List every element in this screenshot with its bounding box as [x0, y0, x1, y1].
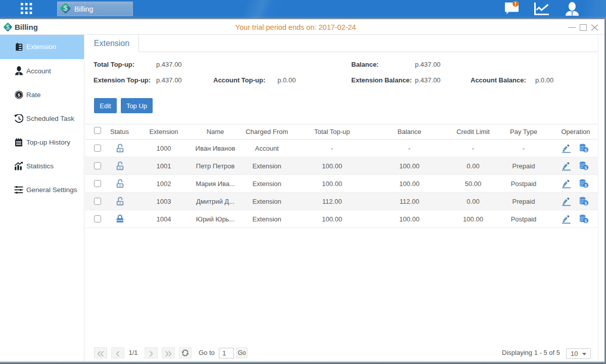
- svg-text:!: !: [515, 2, 516, 7]
- svg-text:$: $: [63, 4, 68, 12]
- svg-text:$: $: [18, 92, 21, 98]
